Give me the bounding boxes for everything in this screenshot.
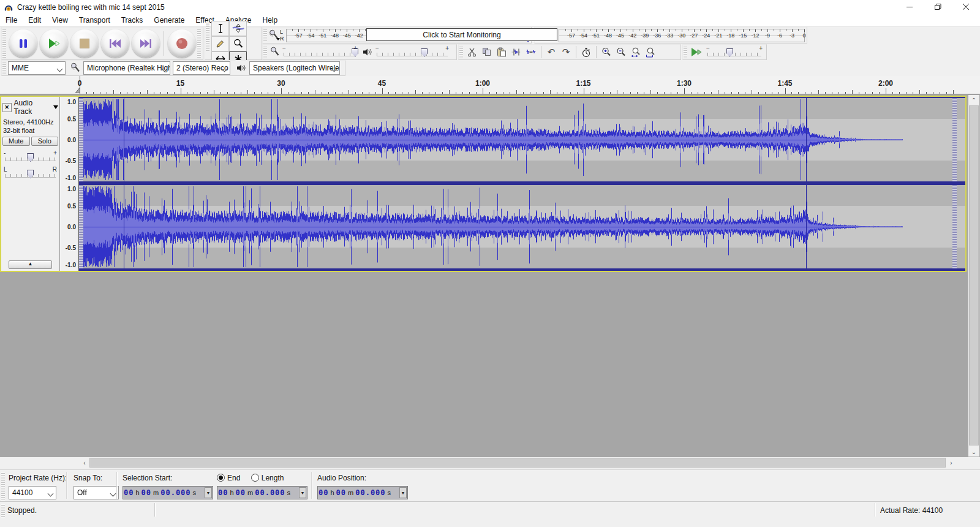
track-collapse-button[interactable]: ▲	[9, 260, 52, 269]
fit-project-button[interactable]	[643, 45, 658, 59]
snap-to-select[interactable]: Off	[74, 486, 119, 499]
zoom-in-button[interactable]	[599, 45, 614, 59]
zoom-out-button[interactable]	[614, 45, 628, 59]
toolbar-grip[interactable]	[263, 29, 267, 42]
envelope-tool-button[interactable]	[229, 21, 247, 36]
recording-volume-slider[interactable]: −+	[282, 46, 357, 58]
menu-edit[interactable]: Edit	[23, 15, 47, 26]
toolbar-grip[interactable]	[197, 29, 201, 58]
waveform-channel-right[interactable]	[79, 185, 965, 268]
recording-device-select[interactable]: Microphone (Realtek High	[83, 61, 170, 75]
playback-meter[interactable]: -57-54-51-48-45-42-39-36-33-30-27-24-21-…	[559, 29, 805, 42]
trim-audio-button[interactable]	[509, 45, 524, 59]
draw-tool-button[interactable]	[211, 36, 229, 51]
play-at-speed-button[interactable]	[689, 45, 704, 59]
skip-to-end-button[interactable]	[132, 29, 160, 58]
undo-button[interactable]: ↶	[544, 45, 559, 59]
microphone-icon[interactable]	[269, 29, 279, 41]
copy-button[interactable]	[480, 45, 494, 59]
audio-position-field[interactable]: 00h00m00.000s▼	[317, 486, 408, 499]
scrollbar-thumb[interactable]	[89, 458, 946, 468]
meter-tick	[706, 29, 707, 32]
track-pan-slider[interactable]: LR	[4, 167, 57, 180]
microphone-icon	[70, 63, 81, 74]
scroll-up-arrow[interactable]: ⌃	[968, 95, 979, 105]
selection-tool-button[interactable]	[211, 21, 229, 36]
time-field-dropdown-arrow[interactable]: ▼	[399, 487, 407, 498]
time-field-dropdown-arrow[interactable]: ▼	[205, 487, 212, 498]
cut-button[interactable]	[465, 45, 480, 59]
playback-device-select[interactable]: Speakers (Logitech Wirele:	[249, 61, 340, 75]
menu-file[interactable]: File	[0, 15, 23, 26]
audio-host-select[interactable]: MME	[8, 61, 66, 75]
track-control-panel: ✕ Audio Track Stereo, 44100Hz 32-bit flo…	[1, 97, 60, 271]
scroll-right-arrow[interactable]: ›	[946, 457, 956, 468]
meter-tick	[323, 29, 323, 32]
time-field-segment: 00	[236, 488, 246, 497]
scrollbar-thumb[interactable]	[969, 105, 979, 445]
timeline-tick	[832, 92, 832, 94]
sync-lock-button[interactable]	[579, 45, 594, 59]
minimize-button[interactable]	[895, 0, 924, 14]
selection-end-field[interactable]: 00h00m00.000s▼	[217, 486, 307, 499]
waveform-display[interactable]	[79, 97, 965, 271]
time-field-segment: s	[386, 489, 393, 496]
play-speed-slider[interactable]: −+	[706, 46, 763, 58]
menu-view[interactable]: View	[47, 15, 74, 26]
time-field-segment: 00	[318, 488, 328, 497]
toolbar-grip[interactable]	[2, 29, 6, 58]
vertical-ruler[interactable]: 1.00.50.0-0.5-1.01.00.50.0-0.5-1.0	[60, 97, 79, 271]
zoom-tool-button[interactable]	[229, 36, 247, 51]
play-button[interactable]	[40, 29, 68, 58]
tooltip: Click to Start Monitoring	[366, 28, 557, 41]
track-area[interactable]: ✕ Audio Track Stereo, 44100Hz 32-bit flo…	[0, 94, 980, 457]
toolbar-grip[interactable]	[1, 472, 5, 501]
length-radio[interactable]	[251, 474, 259, 482]
clip-left-edge[interactable]	[79, 98, 83, 181]
menu-generate[interactable]: Generate	[148, 15, 190, 26]
toolbar-grip[interactable]	[684, 46, 687, 58]
clip-right-edge[interactable]	[952, 98, 957, 181]
clip-right-edge[interactable]	[952, 185, 957, 268]
waveform-channel-left[interactable]	[79, 98, 965, 181]
playback-volume-slider[interactable]: −+	[375, 46, 449, 58]
stop-button[interactable]	[70, 29, 99, 58]
vertical-scrollbar[interactable]: ⌃ ⌄	[968, 95, 979, 457]
solo-button[interactable]: Solo	[31, 137, 59, 146]
waveform-canvas-left[interactable]	[79, 98, 903, 181]
time-field-dropdown-arrow[interactable]: ▼	[299, 487, 306, 498]
toolbar-grip[interactable]	[263, 46, 267, 58]
fit-selection-button[interactable]	[628, 45, 643, 59]
timeline-tick	[113, 90, 114, 94]
track-gain-slider[interactable]: -+	[4, 151, 57, 163]
mute-button[interactable]: Mute	[2, 137, 30, 146]
end-radio[interactable]	[217, 474, 225, 482]
skip-to-start-button[interactable]	[101, 29, 129, 58]
redo-button[interactable]: ↷	[559, 45, 573, 59]
toolbar-grip[interactable]	[459, 46, 463, 58]
project-rate-select[interactable]: 44100	[9, 486, 56, 499]
close-button[interactable]	[952, 0, 980, 14]
waveform-canvas-right[interactable]	[79, 185, 903, 268]
paste-button[interactable]	[494, 45, 509, 59]
pause-button[interactable]	[9, 29, 37, 58]
menu-transport[interactable]: Transport	[74, 15, 116, 26]
restore-button[interactable]	[924, 0, 952, 14]
record-icon	[176, 37, 188, 50]
horizontal-scrollbar[interactable]: ‹ ›	[0, 457, 980, 468]
recording-channels-select[interactable]: 2 (Stereo) Reco	[173, 61, 230, 75]
toolbar-grip[interactable]	[206, 22, 209, 51]
scroll-left-arrow[interactable]: ‹	[80, 457, 89, 468]
menu-help[interactable]: Help	[257, 15, 284, 26]
silence-audio-button[interactable]	[524, 45, 538, 59]
timeline-ruler[interactable]: 01530451:001:151:301:452:00	[0, 76, 980, 94]
track-title[interactable]: Audio Track	[14, 99, 51, 116]
clip-left-edge[interactable]	[79, 185, 83, 268]
selection-start-field[interactable]: 00h00m00.000s▼	[123, 486, 213, 499]
toolbar-grip[interactable]	[2, 62, 6, 74]
track-close-button[interactable]: ✕	[2, 103, 12, 112]
scroll-down-arrow[interactable]: ⌄	[968, 447, 979, 457]
record-button[interactable]	[168, 29, 196, 58]
track-menu-arrow-icon[interactable]	[53, 105, 58, 109]
menu-tracks[interactable]: Tracks	[116, 15, 149, 26]
